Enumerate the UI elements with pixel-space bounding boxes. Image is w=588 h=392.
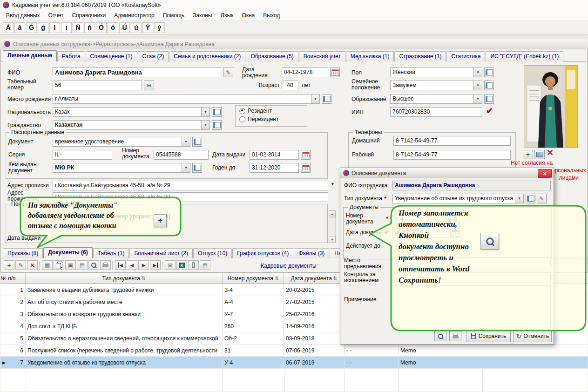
employee-tab[interactable]: Стаж (2) <box>138 51 169 61</box>
nonresident-radio[interactable]: Нерезидент <box>239 116 278 122</box>
column-header-date[interactable]: Дата документа⇅ <box>284 273 345 284</box>
address-menu-button[interactable]: ▼ <box>331 182 335 186</box>
chevron-down-icon[interactable]: ▼ <box>182 163 190 172</box>
column-header-num[interactable]: № п/п <box>0 273 26 284</box>
document-select[interactable]: временное удостоверение▼ <box>53 137 190 147</box>
doc-add-button[interactable]: + <box>4 260 14 270</box>
menu-item[interactable]: Законы <box>189 11 216 20</box>
dialog-type-select[interactable]: Уведомление об отзыве из трудового отпус… <box>392 194 524 203</box>
photo-delete-button[interactable]: ✕ <box>547 148 554 158</box>
letter-button[interactable]: ý <box>154 22 165 33</box>
chevron-down-icon[interactable]: ▼ <box>473 95 482 103</box>
first-record-button[interactable]: ◀ <box>115 260 126 270</box>
dialog-type-dictionary-button[interactable] <box>526 194 535 203</box>
letter-button[interactable]: á <box>14 22 25 33</box>
iin-input[interactable]: 760720302830 <box>390 107 482 117</box>
chevron-down-icon[interactable]: ▼ <box>201 121 210 129</box>
letter-button[interactable]: ú <box>131 22 142 33</box>
next-record-button[interactable]: ▶ <box>138 260 149 270</box>
column-header-type[interactable]: Тип документа⇅ <box>26 273 223 284</box>
letter-button[interactable]: ń <box>84 22 95 33</box>
dialog-note-textarea[interactable] <box>392 285 551 328</box>
employee-tab[interactable]: ИС "ЕСУТД" (Enbek.kz) (1) <box>486 51 563 61</box>
scroll-down-icon[interactable]: ▼ <box>329 236 336 243</box>
documents-tab[interactable]: Приказы (8) <box>3 248 43 258</box>
doc-preview-button[interactable] <box>88 260 99 270</box>
gender-select[interactable]: Женский▼ <box>390 68 482 77</box>
valid-until-calendar-button[interactable] <box>301 163 311 173</box>
dialog-print-button[interactable] <box>449 331 461 341</box>
cancel-button[interactable]: ↻Отменить <box>514 330 552 342</box>
employee-tab[interactable]: Статистика <box>446 51 485 61</box>
chevron-down-icon[interactable]: ▼ <box>201 108 210 116</box>
letter-button[interactable]: Ǵ <box>26 22 37 33</box>
letter-button[interactable]: Ó <box>96 22 107 33</box>
dialog-close-button[interactable]: ✕ <box>538 169 552 178</box>
letter-button[interactable]: ı <box>61 22 72 33</box>
scroll-up-icon[interactable]: ▲ <box>329 210 336 217</box>
fio-input[interactable]: Ашимова Дарига Рашидовна <box>53 68 221 77</box>
nationality-select[interactable]: Казах▼ <box>53 107 210 117</box>
prev-record-button[interactable]: ◀ <box>127 260 137 270</box>
doc-delete-button[interactable]: ✕ <box>27 260 38 270</box>
letter-button[interactable]: Ú <box>119 22 130 33</box>
chevron-down-icon[interactable]: ▼ <box>515 194 523 203</box>
doc-card-button[interactable]: ▤ <box>77 260 88 270</box>
doc-columns-button[interactable]: ▦ <box>42 260 53 270</box>
employee-tab[interactable]: Работа <box>57 51 85 61</box>
memo-button[interactable]: ▤ <box>200 260 210 270</box>
employee-tab[interactable]: Воинский учет <box>299 51 345 61</box>
scrollbar-track[interactable] <box>329 217 336 236</box>
dialog-preview-button[interactable] <box>434 331 446 341</box>
chevron-down-icon[interactable]: ▼ <box>473 68 482 77</box>
employee-tab[interactable]: Мед.книжка (1) <box>346 51 394 61</box>
nationality-dictionary-button[interactable] <box>212 107 222 117</box>
documents-tab[interactable]: Документы (6) <box>43 247 92 258</box>
form-scrollbar[interactable]: ▲ ▼ <box>329 210 336 243</box>
letter-button[interactable]: ǵ <box>38 22 48 33</box>
home-phone-input[interactable]: 8-7142-54-49-77 <box>393 136 511 146</box>
menu-item[interactable]: Окна <box>237 11 259 20</box>
letter-button[interactable]: І <box>49 22 60 33</box>
employee-tab[interactable]: Семья и родственники (2) <box>169 51 245 61</box>
documents-tab[interactable]: График отпусков (4) <box>232 248 293 258</box>
education-select[interactable]: Высшее▼ <box>390 94 482 104</box>
menu-item[interactable]: Помощь <box>159 11 189 20</box>
menu-item[interactable]: Выход <box>259 11 284 20</box>
issued-by-select[interactable]: МЮ РК▼ <box>53 163 190 173</box>
menu-item[interactable]: Язык <box>216 11 237 20</box>
doc-print-button[interactable] <box>100 260 111 270</box>
last-record-button[interactable]: ▶ <box>150 260 161 270</box>
employee-tab[interactable]: Личные данные <box>3 50 57 61</box>
documents-tab[interactable]: Отпуск (10) <box>193 248 232 258</box>
doc-paste-button[interactable]: ▣ <box>65 260 76 270</box>
education-dictionary-button[interactable] <box>484 94 494 104</box>
doc-edit-button[interactable]: ✎ <box>15 260 26 270</box>
birth-date-input[interactable]: 04-12-1978 <box>282 68 328 77</box>
tab-number-pick-button[interactable]: ⊞ <box>144 81 154 90</box>
valid-until-input[interactable]: 31-12-2020 <box>250 163 299 173</box>
work-phone-input[interactable]: 8-7142-54-49-77 <box>393 150 511 160</box>
dialog-type-edit-button[interactable]: ✎ <box>537 194 547 203</box>
menu-item[interactable]: Отчет <box>44 11 68 20</box>
dialog-caption[interactable]: Описание документа <box>340 168 554 178</box>
column-header-number[interactable]: Номер документа⇅ <box>223 273 284 284</box>
birth-place-select[interactable]: г.Алматы▼ <box>53 94 320 104</box>
birth-date-calendar-button[interactable] <box>330 68 340 77</box>
table-row[interactable]: ▶7 Уведомление об отзыве из трудового от… <box>0 357 588 369</box>
reg-address-input[interactable]: г.Костанай ул.Байтурсынова 45-58, а/я № … <box>53 181 328 190</box>
documents-tab[interactable]: Файлы (3) <box>294 248 329 258</box>
fio-edit-button[interactable]: ✎ <box>223 68 233 77</box>
chevron-down-icon[interactable]: ▼ <box>182 137 190 146</box>
marital-select[interactable]: Замужем▼ <box>390 81 482 90</box>
citizenship-select[interactable]: Казахстан▼ <box>53 120 210 130</box>
letter-button[interactable]: Ý <box>142 22 153 33</box>
chevron-down-icon[interactable]: ▼ <box>473 81 482 90</box>
export-excel-button[interactable]: X <box>176 260 187 270</box>
documents-tab[interactable]: Больничный лист (2) <box>129 248 193 258</box>
employee-tab[interactable]: Совмещение (1) <box>86 51 137 61</box>
documents-tab[interactable]: Табель (1) <box>93 248 129 258</box>
issued-by-dictionary-button[interactable] <box>192 163 202 173</box>
table-row[interactable]: 6 Послужной список (перечень сведений о … <box>0 345 588 357</box>
photo-load-button[interactable] <box>534 150 545 159</box>
